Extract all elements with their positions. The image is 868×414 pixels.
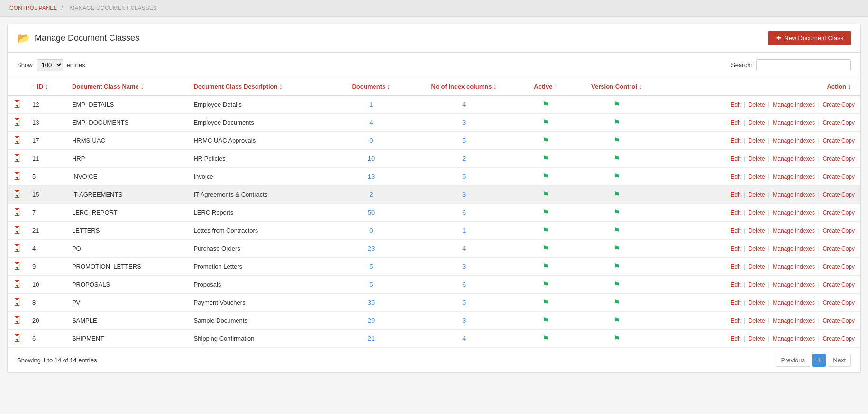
- main-container: 📂 Manage Document Classes ✚ New Document…: [7, 24, 861, 373]
- manage-indexes-link[interactable]: Manage Indexes: [773, 191, 815, 198]
- delete-link[interactable]: Delete: [749, 245, 765, 252]
- previous-button[interactable]: Previous: [776, 354, 810, 367]
- create-copy-link[interactable]: Create Copy: [823, 245, 855, 252]
- edit-link[interactable]: Edit: [731, 281, 741, 288]
- manage-indexes-link[interactable]: Manage Indexes: [773, 173, 815, 180]
- page-1-button[interactable]: 1: [812, 354, 826, 367]
- entries-select[interactable]: 10 25 50 100: [37, 59, 63, 71]
- edit-link[interactable]: Edit: [731, 101, 741, 108]
- col-active[interactable]: Active ↑: [520, 78, 571, 96]
- manage-indexes-link[interactable]: Manage Indexes: [773, 299, 815, 306]
- create-copy-link[interactable]: Create Copy: [823, 263, 855, 270]
- col-action[interactable]: Action ↕: [662, 78, 860, 96]
- manage-indexes-link[interactable]: Manage Indexes: [773, 137, 815, 144]
- row-description: Invoice: [188, 168, 335, 186]
- db-icon: 🗄: [8, 330, 27, 348]
- manage-indexes-link[interactable]: Manage Indexes: [773, 209, 815, 216]
- create-copy-link[interactable]: Create Copy: [823, 335, 855, 342]
- database-icon: 🗄: [13, 316, 21, 324]
- action-sep-3: |: [818, 317, 820, 324]
- delete-link[interactable]: Delete: [749, 317, 765, 324]
- delete-link[interactable]: Delete: [749, 173, 765, 180]
- edit-link[interactable]: Edit: [731, 191, 741, 198]
- manage-indexes-link[interactable]: Manage Indexes: [773, 101, 815, 108]
- breadcrumb-control-panel[interactable]: CONTROL PANEL: [9, 5, 57, 11]
- delete-link[interactable]: Delete: [749, 209, 765, 216]
- row-id: 8: [27, 294, 66, 312]
- edit-link[interactable]: Edit: [731, 137, 741, 144]
- manage-indexes-link[interactable]: Manage Indexes: [773, 317, 815, 324]
- database-icon: 🗄: [13, 280, 21, 288]
- create-copy-link[interactable]: Create Copy: [823, 209, 855, 216]
- action-sep-3: |: [818, 173, 820, 180]
- edit-link[interactable]: Edit: [731, 317, 741, 324]
- delete-link[interactable]: Delete: [749, 281, 765, 288]
- create-copy-link[interactable]: Create Copy: [823, 119, 855, 126]
- new-document-class-button[interactable]: ✚ New Document Class: [768, 31, 851, 45]
- row-index-columns: 1: [408, 222, 520, 240]
- col-description[interactable]: Document Class Description ↕: [188, 78, 335, 96]
- row-action: Edit | Delete | Manage Indexes | Create …: [662, 258, 860, 276]
- row-active: ⚑: [520, 258, 571, 276]
- delete-link[interactable]: Delete: [749, 227, 765, 234]
- delete-link[interactable]: Delete: [749, 119, 765, 126]
- row-name: IT-AGREEMENTS: [66, 186, 188, 204]
- create-copy-link[interactable]: Create Copy: [823, 137, 855, 144]
- action-sep-1: |: [744, 191, 745, 198]
- manage-indexes-link[interactable]: Manage Indexes: [773, 245, 815, 252]
- col-index-columns[interactable]: No of Index columns ↕: [408, 78, 520, 96]
- manage-indexes-link[interactable]: Manage Indexes: [773, 263, 815, 270]
- col-id[interactable]: ↑ ID ↕: [27, 78, 66, 96]
- database-icon: 🗄: [13, 334, 21, 342]
- next-button[interactable]: Next: [828, 354, 851, 367]
- action-sep-1: |: [744, 101, 745, 108]
- edit-link[interactable]: Edit: [731, 335, 741, 342]
- delete-link[interactable]: Delete: [749, 137, 765, 144]
- create-copy-link[interactable]: Create Copy: [823, 227, 855, 234]
- edit-link[interactable]: Edit: [731, 155, 741, 162]
- create-copy-link[interactable]: Create Copy: [823, 299, 855, 306]
- action-sep-1: |: [744, 119, 745, 126]
- delete-link[interactable]: Delete: [749, 101, 765, 108]
- edit-link[interactable]: Edit: [731, 173, 741, 180]
- edit-link[interactable]: Edit: [731, 299, 741, 306]
- active-flag-icon: ⚑: [542, 100, 549, 108]
- edit-link[interactable]: Edit: [731, 209, 741, 216]
- table-footer: Showing 1 to 14 of 14 entries Previous 1…: [8, 348, 860, 372]
- delete-link[interactable]: Delete: [749, 299, 765, 306]
- create-copy-link[interactable]: Create Copy: [823, 155, 855, 162]
- row-description: Promotion Letters: [188, 258, 335, 276]
- edit-link[interactable]: Edit: [731, 245, 741, 252]
- search-input[interactable]: [756, 59, 851, 71]
- col-documents[interactable]: Documents ↕: [335, 78, 408, 96]
- row-version-control: ⚑: [571, 95, 662, 114]
- create-copy-link[interactable]: Create Copy: [823, 191, 855, 198]
- create-copy-link[interactable]: Create Copy: [823, 173, 855, 180]
- delete-link[interactable]: Delete: [749, 263, 765, 270]
- create-copy-link[interactable]: Create Copy: [823, 281, 855, 288]
- action-sep-1: |: [744, 335, 745, 342]
- edit-link[interactable]: Edit: [731, 227, 741, 234]
- database-icon: 🗄: [13, 154, 21, 162]
- manage-indexes-link[interactable]: Manage Indexes: [773, 119, 815, 126]
- row-name: INVOICE: [66, 168, 188, 186]
- delete-link[interactable]: Delete: [749, 191, 765, 198]
- manage-indexes-link[interactable]: Manage Indexes: [773, 227, 815, 234]
- manage-indexes-link[interactable]: Manage Indexes: [773, 155, 815, 162]
- table-row: 🗄13EMP_DOCUMENTSEmployee Documents43⚑⚑ E…: [8, 114, 860, 132]
- row-name: PV: [66, 294, 188, 312]
- delete-link[interactable]: Delete: [749, 155, 765, 162]
- edit-link[interactable]: Edit: [731, 263, 741, 270]
- col-version-control[interactable]: Version Control ↕: [571, 78, 662, 96]
- active-flag-icon: ⚑: [542, 244, 549, 252]
- col-name[interactable]: Document Class Name ↕: [66, 78, 188, 96]
- edit-link[interactable]: Edit: [731, 119, 741, 126]
- manage-indexes-link[interactable]: Manage Indexes: [773, 335, 815, 342]
- manage-indexes-link[interactable]: Manage Indexes: [773, 281, 815, 288]
- row-documents: 21: [335, 330, 408, 348]
- create-copy-link[interactable]: Create Copy: [823, 101, 855, 108]
- row-index-columns: 6: [408, 204, 520, 222]
- delete-link[interactable]: Delete: [749, 335, 765, 342]
- breadcrumb-current: MANAGE DOCUMENT CLASSES: [70, 5, 157, 11]
- create-copy-link[interactable]: Create Copy: [823, 317, 855, 324]
